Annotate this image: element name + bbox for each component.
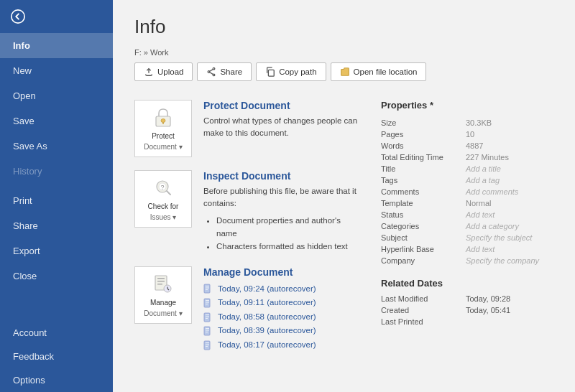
- open-file-location-label: Open file location: [354, 67, 418, 76]
- manage-document-button[interactable]: Manage Document ▾: [134, 266, 192, 324]
- svg-point-3: [208, 71, 211, 73]
- copy-path-label: Copy path: [279, 67, 316, 76]
- sidebar-item-new[interactable]: New: [0, 58, 113, 83]
- sidebar: Info New Open Save Save As History Print…: [0, 0, 113, 392]
- related-value: Today, 09:28: [466, 294, 510, 303]
- protect-document-button[interactable]: Protect Document ▾: [134, 100, 192, 157]
- sidebar-item-options[interactable]: Options: [0, 368, 113, 392]
- property-row: Hyperlink BaseAdd text: [381, 245, 553, 253]
- sidebar-item-history: History: [0, 159, 113, 184]
- manage-file-1[interactable]: Today, 09:11 (autorecover): [203, 296, 359, 310]
- prop-key: Status: [381, 210, 460, 219]
- related-dates-section: Related Dates Last ModifiedToday, 09:28C…: [381, 278, 553, 326]
- page-title: Info: [134, 16, 553, 38]
- protect-icon-label: Protect: [152, 132, 175, 140]
- sidebar-item-save[interactable]: Save: [0, 108, 113, 134]
- manage-document-content: Manage Document Today, 09:24 (autorecove…: [203, 266, 359, 353]
- open-file-location-button[interactable]: Open file location: [331, 62, 427, 81]
- svg-rect-31: [206, 316, 209, 317]
- manage-file-3[interactable]: Today, 08:39 (autorecover): [203, 324, 359, 338]
- prop-value[interactable]: Add a tag: [466, 176, 553, 185]
- svg-rect-36: [206, 332, 208, 332]
- inspect-document-content: Inspect Document Before publishing this …: [203, 170, 359, 253]
- property-row: SubjectSpecify the subject: [381, 233, 553, 242]
- protect-document-card: Protect Document ▾ Protect Document Cont…: [134, 100, 359, 157]
- svg-rect-40: [206, 346, 208, 347]
- property-row: CompanySpecify the company: [381, 256, 553, 265]
- property-row: TitleAdd a title: [381, 164, 553, 173]
- prop-key: Words: [381, 141, 460, 150]
- svg-rect-28: [206, 304, 208, 304]
- prop-value[interactable]: Add text: [466, 210, 553, 219]
- prop-key: Company: [381, 256, 460, 265]
- manage-icon-label: Manage: [150, 299, 176, 307]
- svg-rect-26: [206, 300, 209, 301]
- upload-button[interactable]: Upload: [134, 62, 193, 81]
- prop-value[interactable]: Add comments: [466, 187, 553, 196]
- inspect-icon-label: Check for: [148, 202, 179, 210]
- svg-line-13: [167, 191, 170, 195]
- related-key: Last Printed: [381, 317, 460, 326]
- manage-document-card: Manage Document ▾ Manage Document Today,…: [134, 266, 359, 353]
- sidebar-item-save-as[interactable]: Save As: [0, 134, 113, 159]
- svg-rect-29: [204, 313, 210, 322]
- manage-icon-sub: Document ▾: [144, 309, 182, 317]
- prop-value: 4887: [466, 141, 553, 150]
- manage-file-2[interactable]: Today, 08:58 (autorecover): [203, 310, 359, 325]
- prop-value[interactable]: Specify the subject: [466, 233, 553, 242]
- svg-rect-32: [206, 318, 208, 319]
- inspect-document-card: ? Check for Issues ▾ Inspect Document Be…: [134, 170, 359, 253]
- property-row: Pages10: [381, 130, 553, 139]
- inspect-document-button[interactable]: ? Check for Issues ▾: [134, 170, 192, 228]
- back-button[interactable]: [0, 0, 113, 33]
- protect-icon-sub: Document ▾: [144, 143, 182, 151]
- file-path: F: » Work: [134, 48, 553, 57]
- prop-key: Subject: [381, 233, 460, 242]
- prop-key: Hyperlink Base: [381, 245, 460, 253]
- prop-value[interactable]: Add text: [466, 245, 553, 253]
- svg-point-0: [12, 10, 24, 23]
- manage-file-0[interactable]: Today, 09:24 (autorecover): [203, 282, 359, 297]
- svg-point-8: [161, 119, 165, 123]
- protect-document-desc: Control what types of changes people can…: [203, 115, 359, 140]
- list-item: Characters formatted as hidden text: [216, 240, 359, 253]
- svg-rect-6: [269, 70, 275, 76]
- related-key: Created: [381, 306, 460, 314]
- property-row: StatusAdd text: [381, 210, 553, 219]
- sidebar-item-close[interactable]: Close: [0, 263, 113, 289]
- sidebar-item-open[interactable]: Open: [0, 83, 113, 108]
- property-row: Words4887: [381, 141, 553, 150]
- related-value: Today, 05:41: [466, 306, 510, 314]
- sidebar-item-share[interactable]: Share: [0, 213, 113, 238]
- related-date-row: Last ModifiedToday, 09:28: [381, 294, 553, 303]
- prop-key: Size: [381, 118, 460, 127]
- manage-file-4[interactable]: Today, 08:17 (autorecover): [203, 338, 359, 353]
- prop-value[interactable]: Specify the company: [466, 256, 553, 265]
- svg-rect-15: [157, 278, 165, 279]
- sidebar-item-print[interactable]: Print: [0, 188, 113, 213]
- prop-key: Pages: [381, 130, 460, 139]
- upload-label: Upload: [157, 67, 183, 76]
- svg-rect-25: [204, 299, 210, 307]
- properties-rows: Size30.3KBPages10Words4887Total Editing …: [381, 118, 553, 265]
- prop-value[interactable]: Add a title: [466, 164, 553, 173]
- prop-value[interactable]: Add a category: [466, 222, 553, 230]
- main-body: Protect Document ▾ Protect Document Cont…: [113, 88, 575, 392]
- svg-rect-16: [157, 281, 165, 282]
- related-date-row: Last Printed: [381, 317, 553, 326]
- svg-rect-17: [157, 284, 162, 285]
- manage-document-list: Today, 09:24 (autorecover) Today, 09:11 …: [203, 282, 359, 353]
- prop-key: Template: [381, 199, 460, 207]
- copy-path-button[interactable]: Copy path: [256, 62, 326, 81]
- svg-line-5: [210, 73, 213, 75]
- main-header: Info F: » Work Upload Share: [113, 0, 575, 88]
- sidebar-item-info[interactable]: Info: [0, 33, 113, 58]
- svg-rect-38: [206, 342, 209, 343]
- share-toolbar-button[interactable]: Share: [197, 62, 252, 81]
- sidebar-item-account[interactable]: Account: [0, 321, 113, 345]
- sidebar-item-feedback[interactable]: Feedback: [0, 345, 113, 368]
- prop-value: Normal: [466, 199, 553, 207]
- prop-key: Comments: [381, 187, 460, 196]
- svg-rect-37: [204, 341, 210, 350]
- sidebar-item-export[interactable]: Export: [0, 238, 113, 263]
